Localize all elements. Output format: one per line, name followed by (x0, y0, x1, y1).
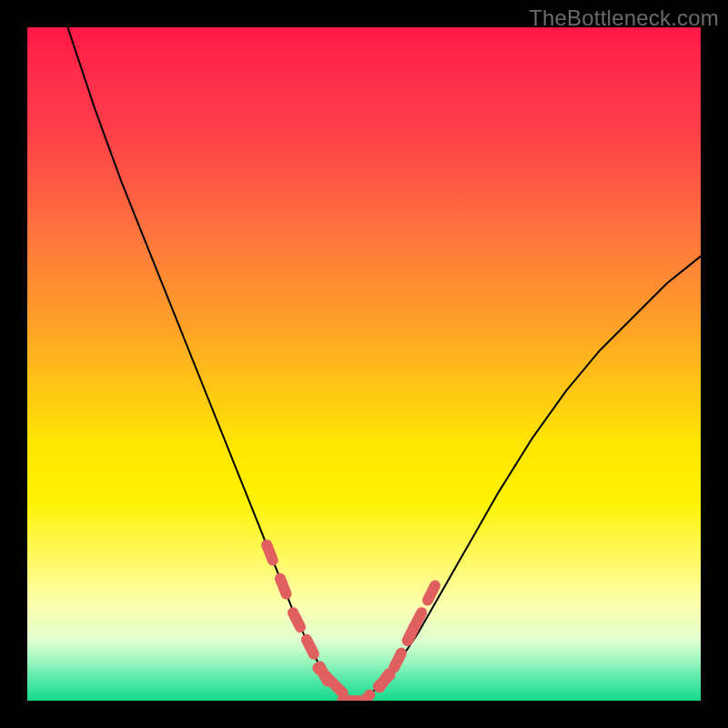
chart-svg (27, 27, 701, 701)
watermark-text: TheBottleneck.com (529, 5, 719, 31)
valley-highlight (267, 545, 435, 701)
highlight-dash (267, 545, 273, 561)
highlight-dash (331, 682, 343, 693)
highlight-dash (307, 640, 314, 654)
highlight-dash (379, 673, 389, 687)
chart-frame (27, 27, 701, 701)
highlight-dash (293, 612, 300, 627)
bottleneck-curve (67, 27, 701, 701)
highlight-dash (428, 586, 435, 601)
highlight-dash (394, 653, 401, 668)
highlight-dash (280, 579, 287, 594)
highlight-dash (414, 612, 421, 627)
